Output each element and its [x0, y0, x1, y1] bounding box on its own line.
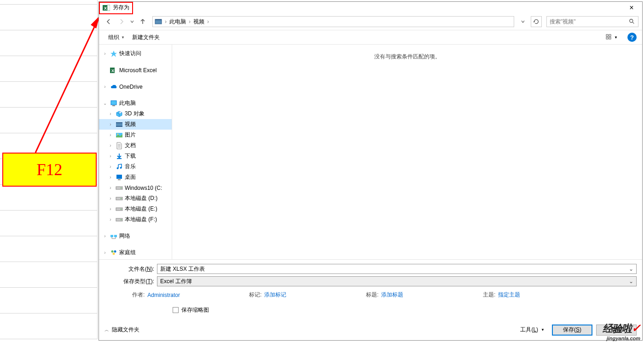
- tree-homegroup[interactable]: ›家庭组: [99, 247, 172, 258]
- save-button[interactable]: 保存(S): [552, 325, 592, 336]
- author-field[interactable]: 作者:Administrator: [132, 291, 243, 299]
- back-button[interactable]: [103, 16, 115, 28]
- network-icon: [110, 233, 117, 240]
- star-icon: [110, 50, 117, 57]
- address-dropdown[interactable]: [518, 17, 528, 27]
- chevron-down-icon: ▼: [541, 328, 545, 332]
- disk-icon: [116, 195, 123, 202]
- download-icon: [116, 153, 123, 160]
- view-icon: [606, 34, 613, 40]
- filetype-combo[interactable]: Excel 工作簿⌄: [157, 276, 637, 286]
- svg-point-45: [111, 250, 114, 252]
- tree-pictures[interactable]: ›图片: [99, 130, 172, 140]
- cancel-button[interactable]: 取消: [596, 325, 637, 336]
- nav-bar: › 此电脑 › 视频 ›: [99, 13, 642, 30]
- new-folder-button[interactable]: 新建文件夹: [128, 32, 163, 43]
- f12-annotation: F12: [2, 153, 97, 187]
- file-list-area[interactable]: 没有与搜索条件匹配的项。: [172, 45, 642, 259]
- address-bar[interactable]: › 此电脑 › 视频 ›: [152, 16, 514, 27]
- forward-button[interactable]: [116, 16, 128, 28]
- search-box[interactable]: [546, 16, 638, 27]
- body-area: ›快速访问 XMicrosoft Excel ›OneDrive ⌄此电脑 ›3…: [99, 45, 642, 259]
- view-options-button[interactable]: ▼: [603, 32, 621, 42]
- svg-rect-10: [606, 34, 608, 36]
- cube-icon: [116, 110, 123, 118]
- svg-point-33: [121, 188, 122, 188]
- svg-text:X: X: [111, 68, 114, 73]
- tree-disk-c[interactable]: ›Windows10 (C:: [99, 182, 172, 193]
- excel-icon: X: [103, 4, 110, 11]
- tree-documents[interactable]: ›文档: [99, 140, 172, 151]
- search-input[interactable]: [550, 18, 629, 25]
- up-button[interactable]: [137, 16, 149, 28]
- help-button[interactable]: ?: [627, 33, 637, 42]
- svg-rect-11: [609, 34, 611, 36]
- filename-label: 文件名(N):: [104, 265, 157, 273]
- chevron-down-icon[interactable]: ⌄: [629, 266, 633, 272]
- svg-rect-40: [110, 235, 113, 237]
- dialog-title: 另存为: [113, 4, 621, 11]
- thumbnail-checkbox[interactable]: [173, 307, 179, 313]
- title-field[interactable]: 标题:添加标题: [366, 291, 476, 299]
- svg-point-37: [121, 209, 122, 210]
- cloud-icon: [110, 83, 117, 91]
- music-icon: [116, 163, 123, 171]
- organize-button[interactable]: 组织▼: [104, 32, 128, 43]
- form-area: 文件名(N): 新建 XLSX 工作表⌄ 保存类型(T): Excel 工作簿⌄…: [99, 259, 642, 319]
- tree-disk-e[interactable]: ›本地磁盘 (E:): [99, 204, 172, 214]
- tree-3d-objects[interactable]: ›3D 对象: [99, 108, 172, 119]
- svg-point-46: [114, 250, 116, 252]
- videos-folder-icon: [155, 18, 162, 25]
- tree-videos[interactable]: ›视频: [99, 119, 172, 130]
- tags-field[interactable]: 标记:添加标记: [249, 291, 360, 299]
- hide-folders-button[interactable]: ︿ 隐藏文件夹: [104, 326, 139, 334]
- document-icon: [116, 142, 123, 149]
- filetype-label: 保存类型(T):: [104, 278, 157, 285]
- svg-point-39: [121, 219, 122, 220]
- svg-rect-21: [116, 126, 122, 127]
- tree-downloads[interactable]: ›下载: [99, 151, 172, 161]
- dialog-footer: ︿ 隐藏文件夹 工具(L)▼ 保存(S) 取消: [99, 319, 642, 340]
- chevron-down-icon: ▼: [614, 35, 618, 40]
- tree-network[interactable]: ›网络: [99, 231, 172, 241]
- tree-this-pc[interactable]: ⌄此电脑: [99, 98, 172, 108]
- tree-excel[interactable]: XMicrosoft Excel: [99, 65, 172, 75]
- desktop-icon: [116, 174, 123, 181]
- tree-music[interactable]: ›音乐: [99, 161, 172, 172]
- homegroup-icon: [110, 249, 117, 256]
- thumbnail-checkbox-row[interactable]: 保存缩略图: [104, 306, 637, 314]
- tree-desktop[interactable]: ›桌面: [99, 172, 172, 182]
- svg-rect-30: [116, 175, 122, 179]
- search-icon[interactable]: [629, 18, 635, 25]
- breadcrumb-sep: ›: [164, 18, 168, 25]
- tools-button[interactable]: 工具(L)▼: [516, 324, 548, 336]
- chevron-down-icon[interactable]: ⌄: [629, 278, 633, 285]
- svg-text:X: X: [104, 6, 107, 11]
- tree-onedrive[interactable]: ›OneDrive: [99, 81, 172, 92]
- recent-button[interactable]: [128, 16, 136, 28]
- breadcrumb-current[interactable]: 视频: [191, 18, 206, 26]
- svg-rect-17: [111, 101, 116, 105]
- tree-disk-d[interactable]: ›本地磁盘 (D:): [99, 193, 172, 204]
- svg-rect-6: [155, 19, 162, 20]
- empty-message: 没有与搜索条件匹配的项。: [374, 53, 441, 259]
- save-as-dialog: X 另存为 × › 此电脑 › 视频 ›: [99, 1, 643, 341]
- svg-rect-41: [114, 235, 117, 237]
- title-bar[interactable]: X 另存为 ×: [99, 2, 642, 13]
- svg-marker-14: [110, 51, 117, 57]
- folder-tree[interactable]: ›快速访问 XMicrosoft Excel ›OneDrive ⌄此电脑 ›3…: [99, 45, 172, 259]
- tree-disk-f[interactable]: ›本地磁盘 (F:): [99, 214, 172, 225]
- filename-input[interactable]: 新建 XLSX 工作表⌄: [157, 264, 637, 274]
- breadcrumb-sep: ›: [188, 18, 191, 25]
- svg-point-35: [121, 198, 122, 199]
- disk-icon: [116, 184, 123, 192]
- refresh-button[interactable]: [531, 16, 542, 27]
- pc-icon: [110, 100, 117, 107]
- tree-quick-access[interactable]: ›快速访问: [99, 48, 172, 59]
- svg-point-29: [120, 167, 122, 169]
- chevron-down-icon: ▼: [121, 35, 125, 40]
- excel-icon: X: [110, 67, 117, 74]
- subject-field[interactable]: 主题:指定主题: [483, 291, 593, 299]
- breadcrumb-root[interactable]: 此电脑: [168, 18, 188, 26]
- close-button[interactable]: ×: [621, 2, 642, 13]
